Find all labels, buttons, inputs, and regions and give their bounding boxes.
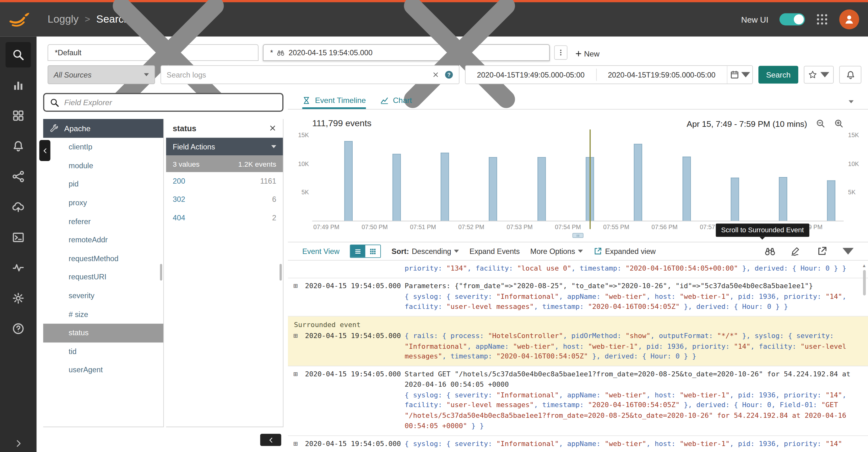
sidebar-expand-button[interactable]	[0, 440, 36, 448]
tab-default[interactable]: *Default	[48, 44, 259, 61]
timeline-bar-07-56-[interactable]	[682, 157, 690, 221]
timeline-bar-07-51-[interactable]	[441, 153, 449, 221]
timeline-bar-07-50-[interactable]	[393, 154, 401, 221]
tab-saved-search[interactable]: * 2020-04-15 19:54:05.000	[263, 44, 550, 61]
x-tick-label: 07:49 PM	[313, 224, 339, 230]
kebab-icon	[557, 49, 565, 57]
value-row-302[interactable]: 3026	[166, 190, 283, 208]
field-item-proxy[interactable]: proxy	[43, 194, 163, 212]
timeline-bar-07-53-[interactable]	[537, 157, 546, 221]
field-item-module[interactable]: module	[43, 156, 163, 175]
field-explorer-input[interactable]	[64, 98, 277, 107]
event-row[interactable]: priority: "134", facility: "local use 0"…	[288, 261, 868, 278]
field-group-header[interactable]: Apache	[43, 119, 163, 138]
event-row[interactable]: ⊞2020-04-15 19:54:05.000Parameters: {"fr…	[288, 278, 868, 316]
field-item-severity[interactable]: severity	[43, 287, 163, 305]
timeline-bar-07-49-[interactable]	[344, 141, 352, 221]
field-actions-label: Field Actions	[173, 142, 215, 151]
field-item-size[interactable]: # size	[43, 305, 163, 324]
time-range-from-input[interactable]: 2020-04-15T19:49:05.000-05:00	[466, 71, 596, 79]
x-tick-label: 07:50 PM	[362, 224, 388, 230]
timeline-bar-07-58-[interactable]	[779, 177, 787, 221]
field-item-remoteAddr[interactable]: remoteAddr	[43, 231, 163, 249]
value-count: 1161	[260, 177, 276, 185]
event-row[interactable]: ⊞2020-04-15 19:54:05.000Started GET "/ho…	[288, 366, 868, 436]
expand-events-label: Expand Events	[469, 247, 520, 255]
expand-events-button[interactable]: Expand Events	[469, 247, 520, 255]
sidebar-item-help[interactable]	[6, 316, 31, 342]
timeline-bar-07-57-[interactable]	[731, 177, 739, 221]
scroll-to-surrounded-event-icon[interactable]	[764, 246, 775, 256]
tab-event-timeline[interactable]: Event Timeline	[302, 96, 366, 109]
sidebar-item-alerts[interactable]	[6, 133, 31, 159]
tab-options-button[interactable]	[554, 45, 567, 60]
annotate-icon[interactable]	[790, 246, 801, 256]
new-tab-button[interactable]: New	[575, 49, 599, 58]
field-item-pid[interactable]: pid	[43, 175, 163, 193]
expand-event-icon[interactable]: ⊞	[293, 331, 302, 341]
search-button[interactable]: Search	[758, 66, 798, 84]
search-help-icon[interactable]: ?	[445, 70, 454, 79]
app-switcher-icon[interactable]	[816, 13, 828, 25]
field-item-clientIp[interactable]: clientIp	[43, 138, 163, 156]
field-item-referer[interactable]: referer	[43, 212, 163, 231]
save-search-button[interactable]	[804, 66, 834, 84]
close-icon[interactable]	[269, 125, 276, 132]
collapse-group-button[interactable]	[39, 140, 50, 161]
clear-search-icon[interactable]	[432, 71, 439, 78]
fields-scrollbar[interactable]	[160, 264, 162, 281]
time-range-to-input[interactable]: 2020-04-15T19:59:05.000-05:00	[596, 71, 727, 79]
event-list-scrollbar[interactable]: ▲	[861, 261, 868, 452]
sidebar-item-charts[interactable]	[6, 72, 31, 98]
scrollbar-thumb[interactable]	[863, 270, 866, 295]
sort-dropdown[interactable]: Sort: Descending	[392, 247, 459, 255]
sidebar-item-source-groups[interactable]	[6, 164, 31, 189]
sidebar-item-settings[interactable]	[6, 286, 31, 311]
avatar[interactable]	[839, 9, 859, 29]
search-logs-input[interactable]	[167, 71, 427, 79]
scroll-up-icon[interactable]: ▲	[861, 263, 867, 269]
more-options-dropdown[interactable]: More Options	[530, 247, 583, 255]
expand-event-icon[interactable]: ⊞	[293, 439, 302, 449]
expand-event-icon[interactable]: ⊞	[293, 281, 302, 291]
alert-button[interactable]	[839, 66, 861, 84]
field-item-userAgent[interactable]: userAgent	[43, 361, 163, 380]
field-item-requestMethod[interactable]: requestMethod	[43, 249, 163, 268]
field-item-status[interactable]: status	[43, 324, 163, 342]
timeline-bar-07-52-[interactable]	[489, 157, 497, 221]
value-row-404[interactable]: 4042	[166, 209, 283, 227]
expand-event-icon[interactable]: ⊞	[293, 369, 302, 379]
grid-view-button[interactable]	[366, 245, 381, 257]
value-row-200[interactable]: 2001161	[166, 172, 283, 190]
event-row-surrounded[interactable]: Surrounded event⊞2020-04-15 19:54:05.000…	[288, 316, 868, 366]
export-icon[interactable]	[816, 246, 828, 256]
collapse-panels-button[interactable]	[260, 434, 281, 446]
all-sources-dropdown[interactable]: All Sources	[48, 65, 155, 84]
timeline-scrubber-handle[interactable]	[572, 233, 584, 238]
field-item-requestURI[interactable]: requestURI	[43, 268, 163, 286]
timeline-collapse-icon[interactable]	[848, 100, 854, 104]
help-icon	[12, 323, 25, 335]
expanded-view-button[interactable]: Expanded view	[593, 247, 656, 256]
event-message: Parameters: {"from_date"=>"2020-08-25", …	[405, 281, 852, 312]
sidebar-item-dashboards[interactable]	[6, 103, 31, 128]
timeline-bar-07-55-[interactable]	[634, 144, 642, 221]
calendar-picker-button[interactable]	[727, 66, 752, 84]
timeline-bar-07-59-[interactable]	[827, 180, 835, 221]
field-actions-dropdown[interactable]: Field Actions	[166, 138, 283, 155]
sidebar-item-terminal[interactable]	[6, 225, 31, 250]
values-scrollbar[interactable]	[279, 264, 282, 281]
zoom-in-icon[interactable]	[834, 119, 844, 128]
zoom-out-icon[interactable]	[816, 119, 825, 128]
list-view-button[interactable]	[350, 245, 366, 257]
sidebar-item-source-setup[interactable]	[6, 194, 31, 220]
new-ui-toggle[interactable]	[779, 13, 805, 25]
chart-label: Chart	[393, 96, 412, 104]
sidebar-item-search[interactable]	[6, 42, 31, 67]
field-item-tid[interactable]: tid	[43, 342, 163, 361]
tab-chart[interactable]: Chart	[380, 96, 412, 109]
chevron-down-icon[interactable]	[843, 246, 854, 256]
event-row[interactable]: ⊞2020-04-15 19:54:05.000{ syslog: { seve…	[288, 436, 868, 452]
loggly-search-app: Loggly > Search New UI *Default	[0, 0, 868, 452]
sidebar-item-live-tail[interactable]	[6, 255, 31, 281]
